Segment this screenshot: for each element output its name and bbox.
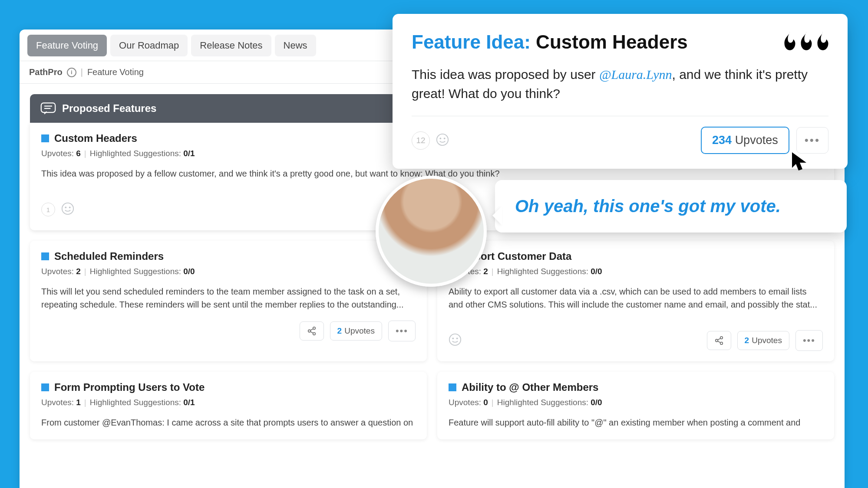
card-title: Scheduled Reminders — [54, 250, 164, 262]
avatar — [376, 176, 487, 287]
face-icon[interactable] — [449, 333, 462, 348]
feature-card[interactable]: Ability to @ Other Members Upvotes: 0|Hi… — [437, 372, 834, 439]
card-meta: Upvotes: 2|Highlighted Suggestions: 0/0 — [41, 267, 416, 276]
more-button[interactable]: ••• — [796, 127, 828, 154]
breadcrumb-sep: | — [81, 67, 83, 77]
upvote-button[interactable]: 234 Upvotes — [701, 127, 789, 154]
face-icon[interactable] — [436, 133, 449, 148]
more-button[interactable]: ••• — [388, 321, 416, 341]
feature-card[interactable]: Export Customer Data Upvotes: 2|Highligh… — [437, 241, 834, 361]
comment-count[interactable]: 12 — [412, 131, 430, 150]
color-tag — [41, 383, 49, 391]
upvote-button[interactable]: 2 Upvotes — [330, 321, 382, 341]
face-icon[interactable] — [61, 202, 74, 217]
feature-card[interactable]: Form Prompting Users to Vote Upvotes: 1|… — [30, 372, 427, 439]
share-button[interactable] — [707, 331, 731, 350]
divider — [412, 116, 828, 116]
tab-feature-voting[interactable]: Feature Voting — [27, 35, 107, 56]
upvote-button[interactable]: 2 Upvotes — [737, 331, 789, 350]
card-meta: Upvotes: 0|Highlighted Suggestions: 0/0 — [449, 398, 823, 407]
section-title: Proposed Features — [62, 102, 156, 115]
tab-our-roadmap[interactable]: Our Roadmap — [110, 35, 188, 56]
svg-rect-8 — [41, 103, 55, 112]
feature-card[interactable]: Scheduled Reminders Upvotes: 2|Highlight… — [30, 241, 427, 361]
overlay-body: This idea was proposed by user @Laura.Ly… — [412, 65, 828, 103]
card-desc: Ability to export all customer data via … — [449, 285, 823, 311]
color-tag — [41, 134, 49, 142]
tab-news[interactable]: News — [275, 35, 316, 56]
more-button[interactable]: ••• — [795, 330, 823, 351]
card-meta: Upvotes: 1|Highlighted Suggestions: 0/1 — [41, 398, 416, 407]
user-mention[interactable]: @Laura.Lynn — [599, 67, 672, 82]
info-icon[interactable]: i — [67, 68, 76, 77]
card-title: Ability to @ Other Members — [462, 381, 598, 393]
feature-detail-overlay: Feature Idea: Custom Headers This idea w… — [393, 14, 848, 169]
card-desc: This will let you send scheduled reminde… — [41, 285, 416, 311]
color-tag — [449, 383, 456, 391]
card-desc: From customer @EvanThomas: I came across… — [41, 416, 416, 429]
card-title: Form Prompting Users to Vote — [54, 381, 205, 393]
breadcrumb-page: Feature Voting — [87, 67, 144, 77]
card-meta: Upvotes: 2|Highlighted Suggestions: 0/0 — [449, 267, 823, 276]
breadcrumb-brand: PathPro — [29, 67, 63, 77]
card-title: Custom Headers — [54, 132, 137, 144]
color-tag — [41, 252, 49, 260]
cursor-icon — [789, 151, 810, 172]
flame-icon — [782, 31, 831, 57]
speech-bubble: Oh yeah, this one's got my vote. — [495, 180, 847, 233]
overlay-title: Feature Idea: Custom Headers — [412, 31, 828, 53]
share-button[interactable] — [300, 321, 324, 341]
tab-release-notes[interactable]: Release Notes — [191, 35, 271, 56]
comments-icon — [40, 102, 56, 115]
card-desc: Feature will support auto-fill ability t… — [449, 416, 823, 429]
comment-count[interactable]: 1 — [41, 203, 55, 216]
